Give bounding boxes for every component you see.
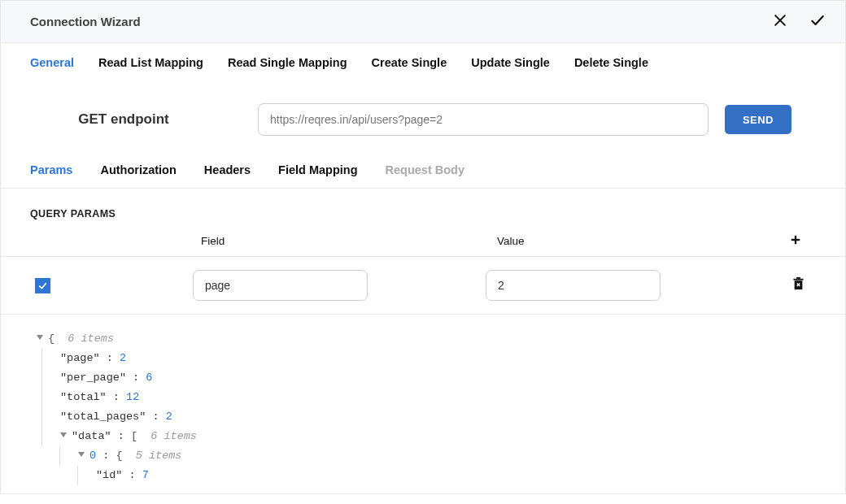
- confirm-icon[interactable]: [809, 12, 826, 31]
- subtabs: Params Authorization Headers Field Mappi…: [1, 154, 845, 189]
- svg-rect-7: [793, 279, 803, 280]
- table-row: [1, 257, 845, 315]
- qp-col-field: Field: [193, 235, 486, 247]
- send-button[interactable]: SEND: [725, 105, 791, 134]
- tab-read-single-mapping[interactable]: Read Single Mapping: [228, 56, 347, 80]
- query-params-title: QUERY PARAMS: [1, 189, 845, 234]
- response-json: { 6 items "page" : 2 "per_page" : 6 "tot…: [1, 315, 845, 493]
- endpoint-row: GET endpoint SEND: [1, 80, 845, 154]
- subtab-params[interactable]: Params: [30, 163, 72, 176]
- header-actions: [772, 12, 826, 31]
- subtab-headers[interactable]: Headers: [204, 163, 251, 176]
- svg-rect-3: [791, 239, 800, 241]
- tab-read-list-mapping[interactable]: Read List Mapping: [98, 56, 203, 80]
- caret-icon[interactable]: [37, 335, 43, 340]
- add-row-icon[interactable]: [790, 235, 801, 248]
- delete-row-icon[interactable]: [792, 280, 805, 293]
- tabs: General Read List Mapping Read Single Ma…: [1, 43, 845, 80]
- endpoint-input[interactable]: [258, 103, 709, 136]
- caret-icon[interactable]: [78, 452, 85, 457]
- param-value-input[interactable]: [486, 270, 661, 301]
- caret-icon[interactable]: [60, 432, 67, 437]
- wizard-title: Connection Wizard: [30, 15, 141, 28]
- subtab-request-body: Request Body: [386, 163, 465, 176]
- tab-update-single[interactable]: Update Single: [471, 56, 550, 80]
- param-field-input[interactable]: [193, 270, 368, 301]
- close-icon[interactable]: [772, 12, 788, 31]
- tab-general[interactable]: General: [30, 56, 74, 80]
- row-checkbox[interactable]: [35, 278, 50, 293]
- subtab-authorization[interactable]: Authorization: [100, 163, 176, 176]
- tab-delete-single[interactable]: Delete Single: [574, 56, 648, 80]
- tab-create-single[interactable]: Create Single: [372, 56, 447, 80]
- wizard-header: Connection Wizard: [0, 0, 846, 43]
- qp-col-value: Value: [486, 235, 738, 247]
- svg-rect-8: [796, 277, 800, 279]
- query-params-header: Field Value: [1, 234, 845, 257]
- endpoint-label: GET endpoint: [30, 111, 242, 128]
- subtab-field-mapping[interactable]: Field Mapping: [278, 163, 357, 176]
